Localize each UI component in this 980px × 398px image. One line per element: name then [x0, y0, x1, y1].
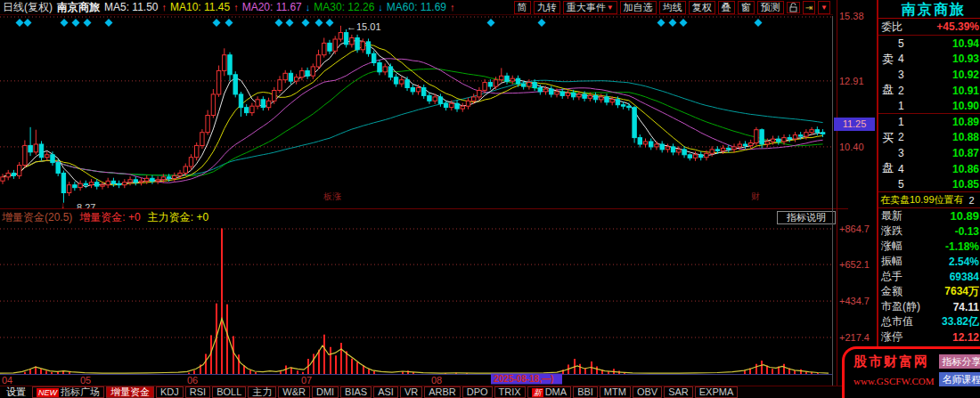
tab-KDJ[interactable]: KDJ [156, 386, 184, 398]
month-tick-label: 04 [2, 375, 12, 386]
ma-legend-item-4: MA60: 11.69 [387, 1, 446, 13]
tab-DMA[interactable]: 新DMA [527, 386, 571, 398]
toolbar-buttons: 简九转重大事件▼加自选均线复权叠窗预测⇥▼ [514, 1, 830, 14]
ma-legend-item-2: MA20: 11.67 [242, 1, 302, 13]
toolbar: 日线(复权) 南京商旅 MA5: 11.50↑MA10: 11.45↑MA20:… [0, 0, 833, 15]
fundflow-gridlines [0, 229, 833, 337]
high-price-annotation: ←15.01 [347, 21, 381, 32]
tab-VR[interactable]: VR [400, 386, 422, 398]
site-badges: 指标分享 名师课程 [939, 354, 980, 398]
end-date-tag: 2025-08-18,—) [494, 374, 553, 384]
jump-to-end-icon-button[interactable]: ⇥ [803, 1, 815, 14]
stock-name-label: 南京商旅 [57, 0, 100, 15]
tab-DMI[interactable]: DMI [312, 386, 339, 398]
indicator-tabbar: 设置NEW指标广场增量资金KDJRSIBOLL主力W&RDMIBIASASIVR… [0, 386, 894, 398]
price-tick-label: 12.91 [839, 76, 864, 86]
tab-TRIX[interactable]: TRIX [494, 386, 526, 398]
tab-BBI[interactable]: BBI [573, 386, 598, 398]
toolbar-button-均线[interactable]: 均线 [659, 1, 686, 14]
badge-teacher-course[interactable]: 名师课程 [939, 372, 980, 386]
toolbar-button-窗[interactable]: 窗 [738, 1, 755, 14]
month-tick-label: 06 [187, 375, 198, 386]
badge-indicator-share[interactable]: 指标分享 [939, 354, 980, 369]
sell-side-label: 卖盘 [882, 45, 894, 105]
order-notice: 在卖盘10.99位置有2 [878, 192, 980, 208]
chart-watermark-glyph: 板涨 [323, 191, 341, 201]
month-tick-label: 07 [301, 375, 312, 386]
weibi-row: 委比 +45.39% [878, 19, 980, 36]
stat-row-涨停: 涨停12.12 [878, 329, 980, 345]
trend-up-icon: ↑ [233, 2, 239, 12]
fundflow-tick-label: +217.4 [839, 332, 870, 343]
indicator-help-button[interactable]: 指标说明 [777, 211, 836, 224]
stat-row-总市值: 总市值33.82亿 [878, 314, 980, 329]
tab-OBV[interactable]: OBV [633, 386, 662, 398]
new-badge: 新 [532, 388, 543, 397]
trend-down-icon: ↓ [306, 2, 311, 12]
event-diamond-icons [16, 19, 763, 27]
weibi-label: 委比 [881, 20, 902, 35]
site-name: 股市财富网 [853, 353, 935, 370]
tab-主力[interactable]: 主力 [248, 386, 276, 398]
quote-stock-title: 南京商旅 [878, 0, 980, 19]
ma-lines [3, 41, 823, 187]
tab-BOLL[interactable]: BOLL [212, 386, 246, 398]
price-tick-label: 10.40 [839, 142, 864, 152]
chart-axis-divider [832, 16, 833, 386]
tab-EXPMA[interactable]: EXPMA [695, 386, 739, 398]
toolbar-button-简[interactable]: 简 [514, 1, 531, 14]
toolbar-button-复权[interactable]: 复权 [689, 1, 715, 14]
fund-flow-chart[interactable]: 04050607082025-08-18,—) [0, 224, 833, 386]
trend-up-icon: ↑ [161, 2, 167, 12]
current-price-tag: 11.25 [834, 118, 875, 131]
stat-row-金额: 金额7634万 [878, 284, 980, 299]
tab-DPO[interactable]: DPO [462, 386, 493, 398]
indicator-series1: 增量资金: +0 [79, 210, 140, 225]
fundflow-tick-label: +434.7 [839, 296, 870, 306]
fundflow-tick-label: +652.1 [839, 259, 870, 270]
month-tick-label: 08 [431, 375, 442, 386]
tab-W&R[interactable]: W&R [278, 386, 310, 398]
price-tick-label: 15.38 [839, 11, 864, 21]
candles [1, 26, 825, 203]
chart-period-label: 日线(复权) [3, 0, 53, 15]
new-badge: NEW [37, 388, 59, 397]
tab-设置[interactable]: 设置 [2, 386, 30, 398]
ma-legend-item-0: MA5: 11.50 [104, 1, 158, 13]
indicator-name: 增量资金(20.5) [2, 210, 72, 225]
toolbar-dropdown-icon-button[interactable]: ▼ [818, 1, 830, 14]
candlestick-chart[interactable]: ←15.01↓—8.27板涨财 [0, 16, 833, 208]
tab-BIAS[interactable]: BIAS [340, 386, 372, 398]
ma-legend-item-1: MA10: 11.45 [170, 1, 230, 13]
low-price-annotation: —8.27 [67, 202, 95, 208]
low-arrow-icon: ↓ [61, 200, 65, 208]
ma-line-20 [3, 59, 823, 183]
toolbar-button-九转[interactable]: 九转 [534, 1, 560, 14]
stat-row-最新: 最新10.89 [878, 208, 980, 223]
stat-row-涨跌: 涨跌-0.13 [878, 223, 980, 239]
stat-row-涨幅: 涨幅-1.18% [878, 239, 980, 254]
toolbar-button-加自选[interactable]: 加自选 [620, 1, 657, 14]
tab-MTM[interactable]: MTM [600, 386, 631, 398]
lock-icon-button[interactable] [787, 2, 800, 13]
toolbar-button-重大事件[interactable]: 重大事件▼ [563, 1, 617, 14]
stats-block: 最新10.89涨跌-0.13涨幅-1.18%振幅2.54%总手69384金额76… [878, 208, 980, 345]
tab-ARBR[interactable]: ARBR [424, 386, 461, 398]
tab-增量资金[interactable]: 增量资金 [106, 386, 154, 398]
sell-queue: 卖盘510.94410.93310.92210.91110.90 [878, 36, 980, 114]
chart-watermark-glyph: 财 [751, 191, 760, 201]
tab-RSI[interactable]: RSI [185, 386, 210, 398]
ma-line-5 [3, 41, 823, 187]
stat-row-市盈(静): 市盈(静)74.11 [878, 299, 980, 314]
toolbar-button-叠[interactable]: 叠 [718, 1, 735, 14]
chevron-down-icon: ▼ [607, 2, 614, 13]
tab-SAR[interactable]: SAR [664, 386, 693, 398]
trend-down-icon: ↓ [378, 2, 383, 12]
tab-指标广场[interactable]: NEW指标广场 [32, 386, 104, 398]
tab-ASI[interactable]: ASI [373, 386, 398, 398]
fundflow-line [0, 319, 829, 373]
stat-row-总手: 总手69384 [878, 269, 980, 284]
toolbar-button-预测[interactable]: 预测 [757, 1, 784, 14]
indicator-header: 增量资金(20.5) 增量资金: +0 主力资金: +0 指标说明 [0, 208, 848, 224]
price-gridlines [0, 17, 833, 147]
